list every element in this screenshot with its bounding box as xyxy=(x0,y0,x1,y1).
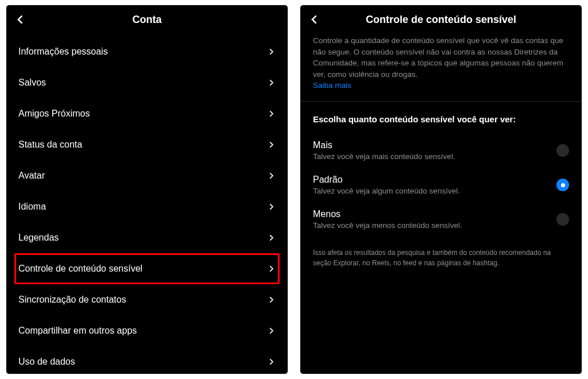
menu-item-label: Informações pessoais xyxy=(18,47,108,57)
menu-item-label: Sincronização de contatos xyxy=(18,295,126,305)
menu-item[interactable]: Salvos xyxy=(14,67,280,98)
option-text: MenosTalvez você veja menos conteúdo sen… xyxy=(313,209,462,230)
menu-item-label: Avatar xyxy=(18,171,45,181)
menu-item[interactable]: Idioma xyxy=(14,191,280,222)
intro-block: Controle a quantidade de conteúdo sensív… xyxy=(300,34,582,102)
option-text: MaisTalvez você veja mais conteúdo sensí… xyxy=(313,140,455,161)
chevron-right-icon xyxy=(266,202,276,211)
header: Conta xyxy=(6,5,288,36)
option-text: PadrãoTalvez você veja algum conteúdo se… xyxy=(313,175,460,195)
menu-item-label: Idioma xyxy=(18,202,46,212)
chevron-right-icon xyxy=(266,47,276,56)
chevron-right-icon xyxy=(266,109,276,118)
option-title: Padrão xyxy=(313,175,460,185)
chevron-right-icon xyxy=(266,326,276,335)
radio-button[interactable] xyxy=(556,144,569,157)
option-row[interactable]: PadrãoTalvez você veja algum conteúdo se… xyxy=(313,168,569,202)
learn-more-link[interactable]: Saiba mais xyxy=(313,81,569,90)
menu-item[interactable]: Amigos Próximos xyxy=(14,98,280,129)
option-title: Menos xyxy=(313,209,462,219)
menu-item[interactable]: Controle de conteúdo sensível xyxy=(14,253,280,284)
menu-item[interactable]: Avatar xyxy=(14,160,280,191)
option-row[interactable]: MaisTalvez você veja mais conteúdo sensí… xyxy=(313,133,569,168)
option-row[interactable]: MenosTalvez você veja menos conteúdo sen… xyxy=(313,202,569,237)
option-desc: Talvez você veja algum conteúdo sensível… xyxy=(313,187,460,195)
page-title: Conta xyxy=(14,14,280,26)
sensitive-content-screen: Controle de conteúdo sensível Controle a… xyxy=(300,5,582,374)
menu-item[interactable]: Uso de dados xyxy=(14,346,280,374)
chevron-right-icon xyxy=(266,357,276,366)
menu-item-label: Compartilhar em outros apps xyxy=(18,326,137,336)
option-desc: Talvez você veja mais conteúdo sensível. xyxy=(313,152,455,161)
menu-item[interactable]: Status da conta xyxy=(14,129,280,160)
options-heading: Escolha quanto conteúdo sensível você qu… xyxy=(313,114,569,124)
header: Controle de conteúdo sensível xyxy=(300,5,582,34)
footnote: Isso afeta os resultados da pesquisa e t… xyxy=(300,241,582,268)
option-desc: Talvez você veja menos conteúdo sensível… xyxy=(313,221,462,230)
account-screen: Conta Informações pessoaisSalvosAmigos P… xyxy=(6,5,288,374)
menu-item-label: Controle de conteúdo sensível xyxy=(18,264,142,274)
menu-item[interactable]: Compartilhar em outros apps xyxy=(14,315,280,346)
account-menu: Informações pessoaisSalvosAmigos Próximo… xyxy=(6,36,288,374)
menu-item-label: Salvos xyxy=(18,78,46,88)
radio-button[interactable] xyxy=(556,213,569,226)
chevron-right-icon xyxy=(266,264,276,273)
menu-item-label: Amigos Próximos xyxy=(18,109,90,119)
chevron-right-icon xyxy=(266,140,276,149)
page-title: Controle de conteúdo sensível xyxy=(308,14,574,26)
menu-item[interactable]: Sincronização de contatos xyxy=(14,284,280,315)
option-title: Mais xyxy=(313,140,455,150)
chevron-right-icon xyxy=(266,171,276,180)
menu-item-label: Legendas xyxy=(18,233,59,243)
chevron-right-icon xyxy=(266,78,276,87)
menu-item[interactable]: Legendas xyxy=(14,222,280,253)
chevron-right-icon xyxy=(266,233,276,242)
intro-text: Controle a quantidade de conteúdo sensív… xyxy=(313,35,569,80)
options-section: Escolha quanto conteúdo sensível você qu… xyxy=(300,102,582,241)
menu-item-label: Uso de dados xyxy=(18,357,75,367)
options-list: MaisTalvez você veja mais conteúdo sensí… xyxy=(313,133,569,237)
menu-item-label: Status da conta xyxy=(18,140,82,150)
chevron-right-icon xyxy=(266,295,276,304)
radio-button[interactable] xyxy=(556,179,569,191)
menu-item[interactable]: Informações pessoais xyxy=(14,36,280,67)
